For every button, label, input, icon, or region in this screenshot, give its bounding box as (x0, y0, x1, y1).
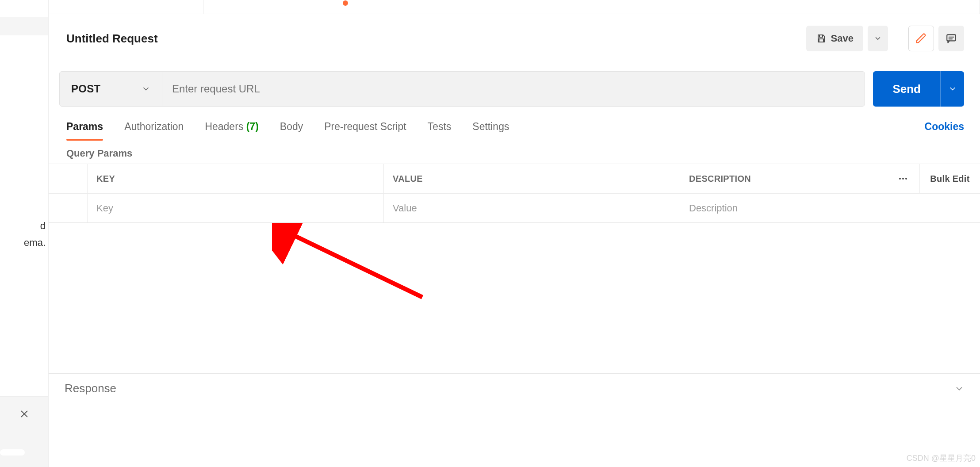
chevron-down-icon (954, 384, 964, 394)
svg-point-8 (902, 178, 904, 180)
bulk-edit-button[interactable]: Bulk Edit (920, 164, 980, 193)
chevron-down-icon (948, 84, 957, 93)
sidebar-bottom-stripe (0, 449, 25, 456)
sidebar-top-stub (0, 0, 48, 14)
params-empty-area (49, 223, 980, 373)
pencil-icon (915, 33, 927, 44)
params-col-key: KEY (88, 164, 384, 193)
chevron-down-icon (142, 84, 150, 93)
header-actions: Save (806, 26, 964, 51)
svg-rect-4 (947, 34, 956, 41)
request-tabs: Params Authorization Headers (7) Body Pr… (49, 108, 980, 140)
save-button[interactable]: Save (806, 26, 863, 51)
save-dropdown-button[interactable] (868, 26, 888, 51)
tab-extra[interactable] (358, 0, 980, 14)
send-dropdown-button[interactable] (940, 71, 964, 107)
sidebar-bottom-panel (0, 396, 48, 467)
request-url-input[interactable] (162, 72, 865, 106)
url-row: POST Send (49, 63, 980, 108)
params-row-handle[interactable] (49, 194, 88, 222)
unsaved-dot-icon (343, 0, 348, 6)
tab-settings[interactable]: Settings (472, 121, 509, 140)
svg-point-9 (905, 178, 907, 180)
param-desc-input[interactable] (689, 203, 971, 214)
svg-rect-2 (819, 35, 823, 37)
method-url-group: POST (59, 71, 865, 107)
more-horizontal-icon (898, 173, 908, 184)
query-params-label: Query Params (49, 140, 980, 164)
sidebar-gray-stub (0, 17, 48, 35)
tab-overview[interactable] (49, 0, 203, 14)
response-section[interactable]: Response (49, 373, 980, 403)
chevron-down-icon (874, 34, 882, 42)
comments-button[interactable] (938, 26, 964, 51)
params-handle-col (49, 164, 88, 193)
comment-icon (946, 33, 957, 44)
http-method-label: POST (71, 83, 101, 95)
tab-tests[interactable]: Tests (428, 121, 452, 140)
request-title: Untitled Request (66, 32, 806, 46)
tab-params[interactable]: Params (66, 121, 103, 140)
annotation-arrow-icon (272, 223, 431, 307)
params-header-row: KEY VALUE DESCRIPTION Bulk Edit (49, 164, 980, 193)
svg-line-11 (284, 231, 422, 297)
param-value-input[interactable] (393, 203, 671, 214)
svg-point-7 (899, 178, 901, 180)
tab-body[interactable]: Body (280, 121, 303, 140)
sidebar-frag-2: ema. (0, 234, 46, 251)
params-row (49, 193, 980, 222)
send-label: Send (892, 82, 921, 96)
tab-prerequest[interactable]: Pre-request Script (324, 121, 406, 140)
tab-strip (49, 0, 980, 14)
left-sidebar: d ema. (0, 0, 49, 467)
close-icon[interactable] (19, 409, 29, 419)
params-table: KEY VALUE DESCRIPTION Bulk Edit (49, 164, 980, 223)
tab-request-active[interactable] (203, 0, 358, 14)
sidebar-truncated-text: d ema. (0, 218, 48, 251)
params-col-value: VALUE (384, 164, 680, 193)
tab-authorization[interactable]: Authorization (124, 121, 184, 140)
edit-button[interactable] (908, 26, 934, 51)
headers-count: (7) (246, 121, 259, 132)
tab-headers[interactable]: Headers (7) (205, 121, 258, 140)
cookies-link[interactable]: Cookies (925, 121, 964, 140)
http-method-select[interactable]: POST (60, 72, 162, 106)
request-header: Untitled Request Save (49, 14, 980, 63)
send-button[interactable]: Send (873, 71, 940, 107)
save-label: Save (831, 33, 854, 44)
send-group: Send (873, 71, 964, 107)
response-label: Response (65, 382, 116, 395)
sidebar-frag-1: d (0, 218, 46, 234)
param-key-input[interactable] (96, 203, 375, 214)
main-panel: Untitled Request Save (49, 0, 980, 467)
svg-rect-3 (819, 39, 823, 42)
save-icon (816, 33, 827, 44)
params-col-desc: DESCRIPTION (680, 164, 886, 193)
params-more-button[interactable] (886, 164, 920, 193)
